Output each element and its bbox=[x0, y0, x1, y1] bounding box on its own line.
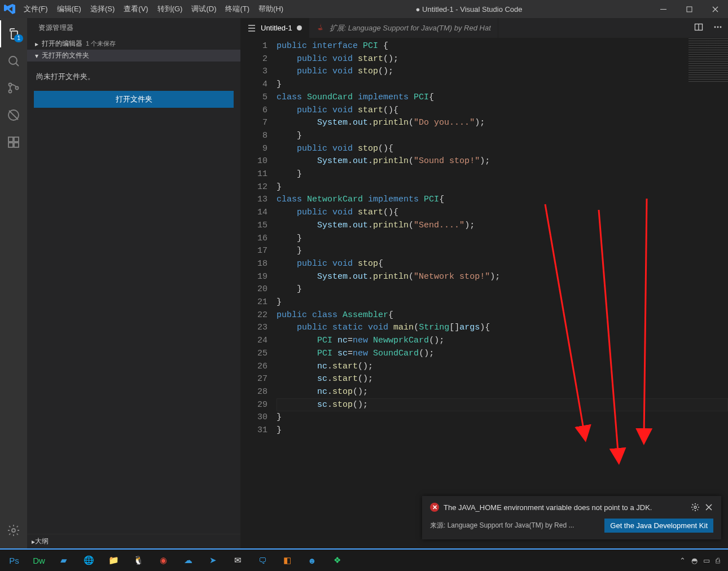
menu-item[interactable]: 查看(V) bbox=[119, 1, 152, 17]
list-icon bbox=[247, 24, 256, 33]
svg-point-4 bbox=[9, 90, 12, 93]
unsaved-count-tag: 1 个未保存 bbox=[86, 39, 116, 48]
maximize-button[interactable] bbox=[676, 0, 702, 18]
more-actions-icon[interactable] bbox=[713, 23, 722, 33]
menu-item[interactable]: 帮助(H) bbox=[254, 1, 288, 17]
tray-icon[interactable]: ⌃ bbox=[679, 556, 686, 565]
menu-bar: 文件(F)编辑(E)选择(S)查看(V)转到(G)调试(D)终端(T)帮助(H) bbox=[19, 1, 288, 17]
java-extension-icon bbox=[316, 23, 325, 33]
taskbar-app-icon[interactable]: ☁ bbox=[176, 550, 200, 570]
tab-extension[interactable]: 扩展: Language Support for Java(TM) by Red… bbox=[309, 18, 498, 38]
outline-section[interactable]: ▸ 大纲 bbox=[27, 534, 240, 548]
svg-point-2 bbox=[9, 56, 17, 64]
svg-point-5 bbox=[16, 87, 19, 90]
svg-rect-0 bbox=[660, 9, 666, 10]
taskbar-app-icon[interactable]: ◉ bbox=[151, 550, 175, 570]
explorer-tab[interactable]: 1 bbox=[0, 20, 27, 47]
tab-label: 扩展: Language Support for Java(TM) by Red… bbox=[330, 23, 491, 33]
window-title: ● Untitled-1 - Visual Studio Code bbox=[288, 5, 650, 14]
svg-rect-1 bbox=[687, 7, 692, 12]
open-folder-button[interactable]: 打开文件夹 bbox=[34, 91, 234, 108]
menu-item[interactable]: 调试(D) bbox=[187, 1, 221, 17]
tab-untitled-1[interactable]: Untitled-1 bbox=[240, 18, 309, 38]
svg-point-14 bbox=[717, 27, 719, 28]
svg-point-3 bbox=[9, 84, 12, 86]
no-folder-label: 无打开的文件夹 bbox=[42, 51, 89, 60]
taskbar-app-icon[interactable]: 🗨 bbox=[251, 550, 274, 570]
no-folder-hint: 尚未打开文件夹。 bbox=[36, 72, 231, 82]
notification-source: 来源: Language Support for Java(TM) by Red… bbox=[430, 521, 599, 530]
taskbar-app-icon[interactable]: 🌐 bbox=[77, 550, 100, 570]
open-editors-label: 打开的编辑器 bbox=[42, 39, 82, 49]
source-control-tab[interactable] bbox=[0, 74, 27, 102]
line-number-gutter: 1234567891011121314151617181920212223242… bbox=[240, 40, 277, 548]
system-tray[interactable]: ⌃ ◓ ▭ ⎙ bbox=[679, 556, 726, 565]
get-jdk-button[interactable]: Get the Java Development Kit bbox=[604, 519, 713, 533]
svg-point-19 bbox=[694, 506, 696, 508]
editor-area: Untitled-1 扩展: Language Support for Java… bbox=[240, 18, 728, 548]
notification-message: The JAVA_HOME environment variable does … bbox=[444, 503, 686, 512]
tray-icon[interactable]: ▭ bbox=[703, 556, 710, 565]
svg-rect-8 bbox=[8, 143, 13, 147]
minimize-button[interactable] bbox=[650, 0, 676, 18]
menu-item[interactable]: 编辑(E) bbox=[52, 1, 86, 17]
tray-icon[interactable]: ◓ bbox=[691, 556, 698, 565]
tray-icon[interactable]: ⎙ bbox=[716, 556, 720, 565]
vscode-logo-icon bbox=[0, 2, 19, 16]
error-icon: ✕ bbox=[430, 503, 439, 512]
svg-rect-10 bbox=[14, 137, 19, 142]
explorer-badge: 1 bbox=[14, 34, 23, 42]
code-editor[interactable]: 1234567891011121314151617181920212223242… bbox=[240, 38, 728, 548]
split-editor-icon[interactable] bbox=[694, 23, 703, 33]
notification-gear-icon[interactable] bbox=[691, 503, 700, 512]
menu-item[interactable]: 终端(T) bbox=[221, 1, 254, 17]
windows-taskbar: Ps Dw ▰ 🌐 📁 🐧 ◉ ☁ ➤ ✉ 🗨 ◧ ☻ ❖ ⌃ ◓ ▭ ⎙ bbox=[0, 548, 728, 571]
outline-label: 大纲 bbox=[35, 537, 49, 546]
taskbar-app-icon[interactable]: ◧ bbox=[275, 550, 299, 570]
taskbar-app-icon[interactable]: 📁 bbox=[102, 550, 125, 570]
search-tab[interactable] bbox=[0, 47, 27, 74]
title-bar: 文件(F)编辑(E)选择(S)查看(V)转到(G)调试(D)终端(T)帮助(H)… bbox=[0, 0, 728, 18]
explorer-sidebar: 资源管理器 ▸ 打开的编辑器 1 个未保存 ▾ 无打开的文件夹 尚未打开文件夹。… bbox=[27, 18, 240, 548]
dirty-indicator-icon bbox=[297, 25, 302, 30]
taskbar-app-icon[interactable]: ✉ bbox=[226, 550, 249, 570]
chevron-right-icon: ▸ bbox=[33, 40, 41, 48]
code-lines[interactable]: public interface PCI { public void start… bbox=[277, 40, 728, 548]
taskbar-app-icon[interactable]: ☻ bbox=[300, 550, 324, 570]
open-editors-section[interactable]: ▸ 打开的编辑器 1 个未保存 bbox=[27, 38, 240, 50]
taskbar-app-icon[interactable]: ❖ bbox=[325, 550, 349, 570]
menu-item[interactable]: 选择(S) bbox=[86, 1, 119, 17]
svg-point-11 bbox=[12, 529, 15, 532]
debug-tab[interactable] bbox=[0, 102, 27, 129]
menu-item[interactable]: 文件(F) bbox=[19, 1, 52, 17]
notification-toast: ✕ The JAVA_HOME environment variable doe… bbox=[422, 496, 721, 539]
taskbar-app-icon[interactable]: ➤ bbox=[201, 550, 225, 570]
extensions-tab[interactable] bbox=[0, 129, 27, 156]
menu-item[interactable]: 转到(G) bbox=[153, 1, 187, 17]
window-controls bbox=[650, 0, 728, 18]
tab-label: Untitled-1 bbox=[261, 24, 292, 32]
notification-close-icon[interactable] bbox=[704, 503, 713, 512]
sidebar-body: 尚未打开文件夹。 打开文件夹 bbox=[27, 62, 240, 112]
svg-rect-7 bbox=[8, 137, 13, 142]
close-button[interactable] bbox=[702, 0, 728, 18]
svg-rect-9 bbox=[14, 143, 19, 147]
taskbar-app-icon[interactable]: ▰ bbox=[52, 550, 76, 570]
sidebar-title: 资源管理器 bbox=[27, 18, 240, 38]
settings-gear-icon[interactable] bbox=[0, 517, 27, 544]
taskbar-app-icon[interactable]: 🐧 bbox=[126, 550, 150, 570]
activity-bar: 1 bbox=[0, 18, 27, 548]
svg-point-15 bbox=[720, 27, 722, 28]
no-folder-section[interactable]: ▾ 无打开的文件夹 bbox=[27, 50, 240, 62]
editor-tabs: Untitled-1 扩展: Language Support for Java… bbox=[240, 18, 728, 38]
taskbar-app-icon[interactable]: Ps bbox=[2, 550, 26, 570]
taskbar-app-icon[interactable]: Dw bbox=[27, 550, 51, 570]
svg-point-13 bbox=[714, 27, 716, 28]
chevron-down-icon: ▾ bbox=[33, 52, 41, 60]
